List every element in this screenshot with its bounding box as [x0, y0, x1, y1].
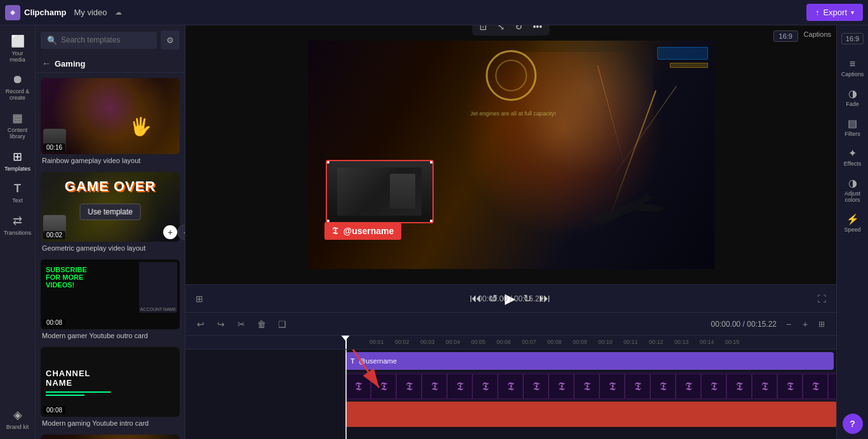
hud-bar	[670, 63, 708, 68]
record-create-icon: ⏺	[12, 73, 23, 86]
ruler-mark-1: 00:01	[370, 339, 384, 345]
timeline-toolbar: ↩ ↪ ✂ 🗑 ❑ 00:00.00 / 00:15.22 − + ⊞	[185, 313, 836, 336]
ruler-mark-12: 00:12	[649, 339, 664, 345]
skip-to-start-button[interactable]: ⏮	[470, 292, 481, 305]
sidebar-item-record-create[interactable]: ⏺ Record &create	[2, 69, 34, 105]
ratio-button[interactable]: 16:9	[841, 33, 864, 44]
sidebar-item-text[interactable]: T Text	[2, 178, 34, 207]
twitch-icons-row: 𝕿 𝕿 𝕿 𝕿 𝕿 𝕿 𝕿 𝕿 𝕿 𝕿 𝕿 𝕿 𝕿 𝕿	[345, 373, 836, 400]
adjust-colors-icon: ◑	[848, 177, 857, 189]
template-item-geometric-gameplay[interactable]: GAME OVER 00:02 + Geometric gameplay vid…	[41, 172, 180, 254]
crop-button[interactable]: ⊡	[477, 25, 490, 33]
topbar: Clipchamp My video ☁ ↑ Export ▾	[0, 0, 868, 25]
redo-button[interactable]: ↪	[213, 317, 229, 332]
template-item-modern-gamer-outro[interactable]: SUBSCRIBEFOR MOREVIDEOS! ACCOUNT NAME 00…	[41, 259, 180, 342]
hud-top-right	[657, 47, 708, 60]
filters-button[interactable]: ▤ Filters	[838, 114, 867, 141]
template-duration-outro: 00:08	[43, 318, 65, 327]
resize-button[interactable]: ⤡	[495, 25, 507, 33]
templates-search-bar: 🔍 ⚙	[36, 25, 185, 55]
help-button[interactable]: ?	[843, 414, 863, 434]
sidebar-item-label-your-media: Your media	[4, 50, 31, 63]
search-box[interactable]: 🔍	[41, 32, 157, 49]
cam-content	[327, 161, 432, 222]
sidebar-item-brand-kit[interactable]: ◈ Brand kit	[2, 404, 34, 434]
project-title[interactable]: My video	[74, 8, 107, 17]
captions-button[interactable]: ≡ Captions	[838, 55, 867, 81]
ruler-mark-6: 00:06	[497, 339, 511, 345]
main-area: ⬜ Your media ⏺ Record &create ▦ Contentl…	[0, 25, 868, 439]
ruler-mark-8: 00:08	[547, 339, 562, 345]
twitch-cell-9: 𝕿	[549, 374, 574, 399]
picture-in-picture-button[interactable]: ⊞	[196, 294, 203, 304]
video-toolbar: ⊡ ⤡ ↻ •••	[472, 25, 550, 36]
undo-button[interactable]: ↩	[193, 317, 208, 332]
sidebar-item-your-media[interactable]: ⬜ Your media	[2, 30, 34, 67]
fade-button[interactable]: ◑ Fade	[838, 84, 867, 111]
handle-br[interactable]	[430, 219, 434, 223]
search-input[interactable]	[61, 36, 150, 44]
rotate-button[interactable]: ↻	[512, 25, 525, 33]
more-button[interactable]: •••	[530, 25, 545, 33]
template-duration-geometric: 00:02	[43, 231, 65, 239]
ruler-mark-14: 00:14	[700, 339, 714, 345]
skip-to-end-button[interactable]: ⏭	[539, 292, 551, 305]
template-thumb-extra	[41, 435, 180, 439]
adjust-colors-button[interactable]: ◑ Adjustcolors	[838, 173, 867, 207]
duplicate-button[interactable]: ❑	[274, 317, 290, 332]
twitch-username: @username	[344, 226, 394, 236]
effects-button[interactable]: ✦ Effects	[838, 143, 867, 171]
twitch-cell-18: 𝕿	[777, 374, 803, 399]
main-video-track[interactable]	[345, 402, 836, 427]
playhead-head	[340, 336, 351, 341]
back-button[interactable]: ←	[42, 58, 51, 69]
ruler-mark-10: 00:10	[598, 339, 613, 345]
twitch-cell-5: 𝕿	[447, 374, 472, 399]
twitch-cell-10: 𝕿	[574, 374, 599, 399]
template-item-rainbow-gameplay[interactable]: 00:16 Rainbow gameplay video layout 🖐	[41, 78, 180, 167]
handle-tl[interactable]	[326, 160, 330, 164]
fullscreen-button[interactable]: ⛶	[817, 294, 826, 304]
forward-button[interactable]: ↻	[523, 292, 531, 305]
twitch-cell-17: 𝕿	[752, 374, 777, 399]
fit-zoom-button[interactable]: ⊞	[815, 317, 829, 331]
ruler-mark-7: 00:07	[522, 339, 537, 345]
adjust-colors-label: Adjustcolors	[845, 190, 860, 203]
delete-button[interactable]: 🗑	[254, 317, 269, 332]
zoom-in-button[interactable]: +	[798, 317, 812, 331]
captions-icon: ≡	[850, 58, 855, 70]
templates-icon: ⊞	[13, 150, 22, 164]
ruler-mark-2: 00:02	[395, 339, 410, 345]
ruler-mark-5: 00:05	[471, 339, 486, 345]
export-button[interactable]: ↑ Export ▾	[806, 4, 863, 21]
overlay-cam[interactable]	[326, 160, 434, 223]
speed-button[interactable]: ⚡ Speed	[838, 209, 867, 237]
text-track-row: T @username	[185, 352, 836, 371]
captions-preview-label: Captions	[804, 30, 831, 38]
app-logo: Clipchamp	[5, 5, 66, 20]
ruler-mark-9: 00:09	[573, 339, 587, 345]
play-button[interactable]: ▶	[505, 291, 516, 307]
handle-tr[interactable]	[430, 160, 434, 164]
zoom-controls: − + ⊞	[782, 317, 829, 331]
template-item-extra[interactable]	[41, 435, 180, 439]
zoom-out-button[interactable]: −	[782, 317, 796, 331]
left-sidebar: ⬜ Your media ⏺ Record &create ▦ Contentl…	[0, 25, 36, 439]
template-add-button-geometric[interactable]: +	[163, 225, 177, 239]
text-track[interactable]: T @username	[345, 352, 834, 370]
template-item-modern-gaming-intro[interactable]: CHANNELNAME 00:08 Modern gaming Youtube …	[41, 347, 180, 429]
twitch-cell-13: 𝕿	[650, 374, 676, 399]
speed-label: Speed	[844, 226, 860, 233]
sidebar-item-templates[interactable]: ⊞ Templates	[2, 146, 34, 176]
filter-button[interactable]: ⚙	[161, 30, 180, 49]
twitch-cell-3: 𝕿	[396, 374, 422, 399]
rewind-button[interactable]: ↺	[489, 292, 497, 305]
timeline-tracks: T @username 𝕿 𝕿 𝕿 𝕿 𝕿 𝕿 𝕿	[185, 350, 836, 439]
twitch-cell-14: 𝕿	[676, 374, 701, 399]
center-area: 16:9 Captions ⊡ ⤡ ↻ •••	[185, 25, 836, 439]
sidebar-item-transitions[interactable]: ⇄ Transitions	[2, 210, 34, 240]
timeline-ruler: 00:01 00:02 00:03 00:04 00:05 00:06 00:0…	[185, 336, 836, 350]
cut-button[interactable]: ✂	[234, 317, 249, 332]
sidebar-item-content-library[interactable]: ▦ Contentlibrary	[2, 107, 34, 143]
use-template-tooltip[interactable]: Use template	[79, 204, 141, 220]
